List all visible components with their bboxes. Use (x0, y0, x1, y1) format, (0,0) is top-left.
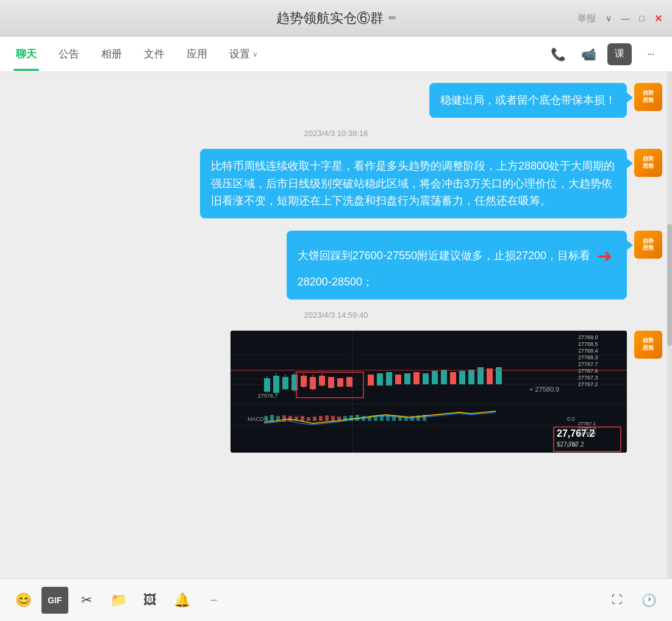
svg-rect-25 (432, 371, 438, 384)
svg-text:+ 27580.9: + 27580.9 (529, 386, 559, 393)
message-text: 稳健出局，或者留个底仓带保本损！ (440, 94, 616, 106)
fullscreen-button[interactable]: ⛶ (604, 587, 631, 614)
bottom-right-buttons: ⛶ 🕐 (604, 587, 662, 614)
chart-image-container: -27767.2 27769.0 27768.5 27768.4 27768.3… (231, 331, 627, 453)
avatar: 趋势恩熊 (634, 331, 662, 359)
message-text-part2: 28200-28500； (298, 276, 373, 288)
nav-bar: 聊天 公告 相册 文件 应用 设置 ∨ 📞 📹 课 ··· (0, 37, 672, 72)
scrollbar-thumb[interactable] (667, 224, 672, 346)
video-call-button[interactable]: 📹 (577, 43, 600, 66)
report-button[interactable]: 举报 (577, 12, 596, 24)
scrollbar[interactable] (667, 72, 672, 578)
svg-rect-20 (386, 372, 392, 386)
message-bubble: 比特币周线连续收取十字星，看作是多头趋势的调整阶段，上方28800处于大周期的强… (200, 149, 627, 218)
svg-rect-19 (377, 373, 383, 386)
svg-rect-55 (264, 416, 268, 421)
more-tools-button[interactable]: ··· (200, 587, 227, 614)
message-row: 趋势恩熊 稳健出局，或者留个底仓带保本损！ (0, 79, 672, 121)
svg-text:27767.3: 27767.3 (578, 375, 598, 381)
svg-rect-29 (468, 370, 474, 384)
minimize-button[interactable]: — (621, 13, 630, 23)
scissors-button[interactable]: ✂ (73, 587, 100, 614)
title-bar: 趋势领航实仓⑥群 ✏ 举报 ∨ — □ ✕ (0, 0, 672, 37)
svg-text:27767.6: 27767.6 (578, 368, 598, 374)
close-button[interactable]: ✕ (654, 12, 662, 24)
chart-svg: -27767.2 27769.0 27768.5 27768.4 27768.3… (231, 331, 627, 453)
message-text: 比特币周线连续收取十字星，看作是多头趋势的调整阶段，上方28800处于大周期的强… (211, 160, 615, 207)
chat-area: 趋势恩熊 稳健出局，或者留个底仓带保本损！ 2023/4/3 10:38:16 … (0, 72, 672, 578)
avatar: 趋势恩熊 (634, 149, 662, 177)
svg-text:$27,767.2: $27,767.2 (557, 441, 584, 448)
svg-text:0.0: 0.0 (567, 416, 575, 422)
tab-album[interactable]: 相册 (90, 37, 133, 71)
settings-dropdown-icon: ∨ (252, 50, 258, 59)
svg-text:27767.2: 27767.2 (578, 381, 598, 387)
svg-rect-15 (337, 378, 343, 387)
svg-text:27576.7: 27576.7 (258, 393, 278, 399)
svg-rect-24 (423, 373, 429, 384)
folder-button[interactable]: 📁 (105, 587, 132, 614)
avatar: 趋势恩熊 (634, 83, 662, 111)
svg-text:27768.3: 27768.3 (578, 354, 598, 361)
svg-text:27767.7: 27767.7 (578, 361, 598, 367)
gif-button[interactable]: GIF (41, 587, 68, 614)
nav-right-icons: 📞 📹 课 ··· (546, 43, 667, 66)
edit-icon[interactable]: ✏ (388, 12, 396, 24)
svg-rect-30 (477, 367, 484, 384)
phone-call-button[interactable]: 📞 (546, 43, 570, 66)
more-button[interactable]: ··· (639, 43, 662, 66)
title-text: 趋势领航实仓⑥群 (276, 9, 384, 27)
svg-rect-21 (395, 375, 401, 384)
svg-text:27768.4: 27768.4 (578, 348, 598, 354)
svg-rect-31 (487, 368, 493, 384)
title-bar-controls: 举报 ∨ — □ ✕ (577, 12, 662, 24)
tab-settings[interactable]: 设置 ∨ (218, 37, 269, 71)
emoji-button[interactable]: 😊 (10, 587, 37, 614)
message-bubble: 大饼回踩到27600-27550附近建议做多，止损27200，目标看 ➜ 282… (287, 231, 627, 300)
bell-button[interactable]: 🔔 (168, 587, 195, 614)
svg-rect-32 (496, 367, 502, 384)
svg-rect-66 (331, 416, 335, 421)
svg-rect-28 (459, 371, 465, 384)
svg-rect-61 (301, 416, 304, 421)
svg-text:27766.9: 27766.9 (578, 431, 596, 436)
svg-rect-62 (307, 417, 310, 421)
restore-button[interactable]: □ (640, 13, 645, 23)
svg-rect-27 (450, 372, 456, 384)
svg-rect-14 (328, 377, 334, 388)
timestamp: 2023/4/3 10:38:16 (0, 129, 672, 138)
avatar: 趋势恩熊 (634, 231, 662, 259)
message-bubble: 稳健出局，或者留个底仓带保本损！ (429, 83, 627, 118)
tab-app[interactable]: 应用 (176, 37, 218, 71)
svg-rect-56 (270, 415, 274, 421)
svg-rect-59 (288, 416, 292, 421)
svg-text:27768.5: 27768.5 (578, 341, 598, 347)
bottom-toolbar: 😊 GIF ✂ 📁 🖼 🔔 ··· ⛶ 🕐 (0, 578, 672, 621)
tab-chat[interactable]: 聊天 (5, 37, 48, 71)
svg-rect-65 (325, 415, 329, 421)
svg-rect-63 (313, 417, 316, 421)
window-title: 趋势领航实仓⑥群 ✏ (276, 9, 396, 27)
image-button[interactable]: 🖼 (137, 587, 163, 614)
message-row: 趋势恩熊 大饼回踩到27600-27550附近建议做多，止损27200，目标看 … (0, 227, 672, 303)
message-text-part1: 大饼回踩到27600-27550附近建议做多，止损27200，目标看 (298, 249, 590, 262)
message-row: 趋势恩熊 比特币周线连续收取十字星，看作是多头趋势的调整阶段，上方28800处于… (0, 145, 672, 222)
collapse-button[interactable]: ∨ (606, 13, 612, 23)
clock-button[interactable]: 🕐 (635, 587, 662, 614)
message-row: 趋势恩熊 (0, 327, 672, 456)
tab-file[interactable]: 文件 (133, 37, 176, 71)
svg-text:27769.0: 27769.0 (578, 334, 598, 340)
tab-notice[interactable]: 公告 (48, 37, 90, 71)
timestamp: 2023/4/3 14:59:40 (0, 310, 672, 320)
course-button[interactable]: 课 (607, 43, 632, 65)
svg-rect-22 (404, 373, 410, 384)
svg-rect-64 (319, 416, 323, 421)
svg-rect-18 (368, 375, 374, 386)
svg-rect-16 (346, 377, 352, 387)
svg-rect-26 (441, 370, 447, 384)
svg-rect-23 (413, 372, 420, 384)
red-arrow-icon: ➜ (597, 242, 612, 271)
